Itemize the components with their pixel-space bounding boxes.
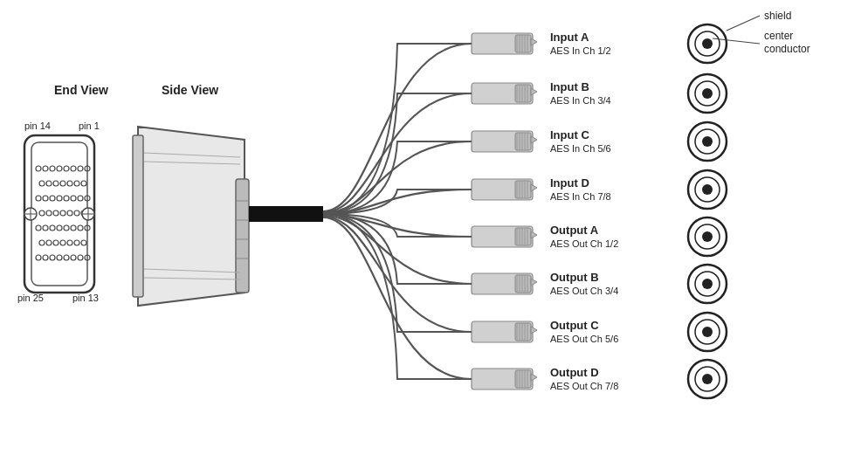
end-view-label: End View bbox=[54, 83, 108, 97]
svg-point-166 bbox=[702, 279, 713, 289]
svg-text:conductor: conductor bbox=[764, 43, 810, 55]
svg-point-157 bbox=[702, 136, 713, 147]
svg-text:AES In Ch 3/4: AES In Ch 3/4 bbox=[550, 95, 611, 106]
svg-text:AES Out Ch 1/2: AES Out Ch 1/2 bbox=[550, 238, 618, 249]
svg-text:Output C: Output C bbox=[550, 319, 599, 332]
pin1-label: pin 1 bbox=[79, 121, 100, 131]
svg-text:AES Out Ch 3/4: AES Out Ch 3/4 bbox=[550, 286, 618, 296]
svg-rect-94 bbox=[515, 181, 531, 198]
pin14-label: pin 14 bbox=[24, 121, 51, 131]
svg-rect-115 bbox=[515, 323, 531, 341]
svg-text:AES In Ch 7/8: AES In Ch 7/8 bbox=[550, 191, 611, 202]
pin13-label: pin 13 bbox=[72, 293, 99, 303]
svg-text:shield: shield bbox=[764, 10, 791, 22]
svg-rect-73 bbox=[515, 35, 531, 52]
svg-rect-108 bbox=[515, 275, 531, 293]
svg-point-154 bbox=[702, 88, 713, 99]
svg-point-169 bbox=[702, 327, 713, 337]
svg-text:Output A: Output A bbox=[550, 224, 599, 237]
svg-text:Input C: Input C bbox=[550, 128, 589, 141]
svg-rect-87 bbox=[515, 133, 531, 150]
svg-point-160 bbox=[702, 184, 713, 195]
svg-point-172 bbox=[702, 374, 713, 384]
svg-point-163 bbox=[702, 231, 713, 242]
svg-text:Output B: Output B bbox=[550, 271, 599, 284]
svg-text:Output D: Output D bbox=[550, 366, 599, 379]
svg-rect-122 bbox=[515, 370, 531, 388]
svg-point-146 bbox=[702, 38, 713, 49]
db25-side-view bbox=[133, 127, 249, 306]
svg-text:AES In Ch 1/2: AES In Ch 1/2 bbox=[550, 45, 611, 56]
svg-rect-63 bbox=[236, 179, 249, 293]
svg-rect-0 bbox=[0, 0, 868, 455]
svg-text:AES Out Ch 7/8: AES Out Ch 7/8 bbox=[550, 381, 618, 391]
svg-rect-62 bbox=[133, 135, 143, 297]
svg-text:Input B: Input B bbox=[550, 80, 589, 93]
svg-text:center: center bbox=[764, 30, 793, 42]
svg-text:AES In Ch 5/6: AES In Ch 5/6 bbox=[550, 143, 611, 154]
svg-text:AES Out Ch 5/6: AES Out Ch 5/6 bbox=[550, 334, 618, 344]
svg-text:Input D: Input D bbox=[550, 176, 589, 190]
pin25-label: pin 25 bbox=[17, 293, 44, 303]
svg-rect-101 bbox=[515, 228, 531, 245]
side-view-label: Side View bbox=[162, 83, 218, 97]
svg-text:Input A: Input A bbox=[550, 31, 589, 44]
svg-rect-80 bbox=[515, 85, 531, 102]
